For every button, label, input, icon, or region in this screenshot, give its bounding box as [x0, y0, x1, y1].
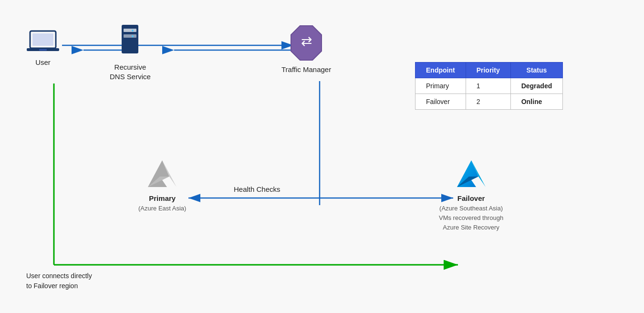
svg-marker-23 [457, 160, 478, 187]
endpoint-failover: Failover [415, 94, 466, 110]
health-checks-label: Health Checks [234, 185, 280, 193]
diagram: Traffic Manager (blue arrow pointing rig… [0, 0, 644, 313]
table-row: Failover 2 Online [415, 94, 563, 110]
failover-icon-group: Failover (Azure Southeast Asia)VMs recov… [439, 157, 503, 232]
dns-label: RecursiveDNS Service [110, 63, 151, 81]
col-status: Status [510, 63, 563, 78]
svg-rect-14 [124, 34, 136, 38]
tm-label: Traffic Manager [281, 65, 331, 74]
tm-svg: ⇄ [287, 24, 325, 62]
status-degraded: Degraded [510, 78, 563, 94]
svg-marker-20 [148, 160, 169, 187]
tm-icon-group: ⇄ Traffic Manager [281, 24, 331, 74]
user-connects-label: User connects directlyto Failover region [26, 271, 92, 291]
dns-svg [114, 24, 145, 60]
primary-azure-svg [143, 157, 181, 191]
col-priority: Priority [466, 63, 510, 78]
priority-2: 2 [466, 94, 510, 110]
dns-icon-group: RecursiveDNS Service [110, 24, 151, 81]
svg-text:⇄: ⇄ [301, 34, 312, 49]
primary-label: Primary (Azure East Asia) [138, 194, 186, 212]
table-row: Primary 1 Degraded [415, 78, 563, 94]
primary-icon-group: Primary (Azure East Asia) [138, 157, 186, 212]
svg-rect-11 [39, 49, 47, 51]
endpoint-table: Endpoint Priority Status Primary 1 Degra… [415, 62, 563, 110]
svg-rect-9 [32, 33, 53, 46]
failover-label: Failover (Azure Southeast Asia)VMs recov… [439, 194, 503, 232]
laptop-svg [26, 29, 60, 55]
priority-1: 1 [466, 78, 510, 94]
col-endpoint: Endpoint [415, 63, 466, 78]
svg-point-16 [132, 35, 134, 37]
svg-rect-13 [124, 29, 136, 32]
status-online: Online [510, 94, 563, 110]
user-label: User [35, 58, 51, 67]
svg-point-15 [132, 30, 134, 31]
endpoint-primary: Primary [415, 78, 466, 94]
failover-azure-svg [452, 157, 490, 191]
user-icon-group: User [26, 29, 60, 67]
